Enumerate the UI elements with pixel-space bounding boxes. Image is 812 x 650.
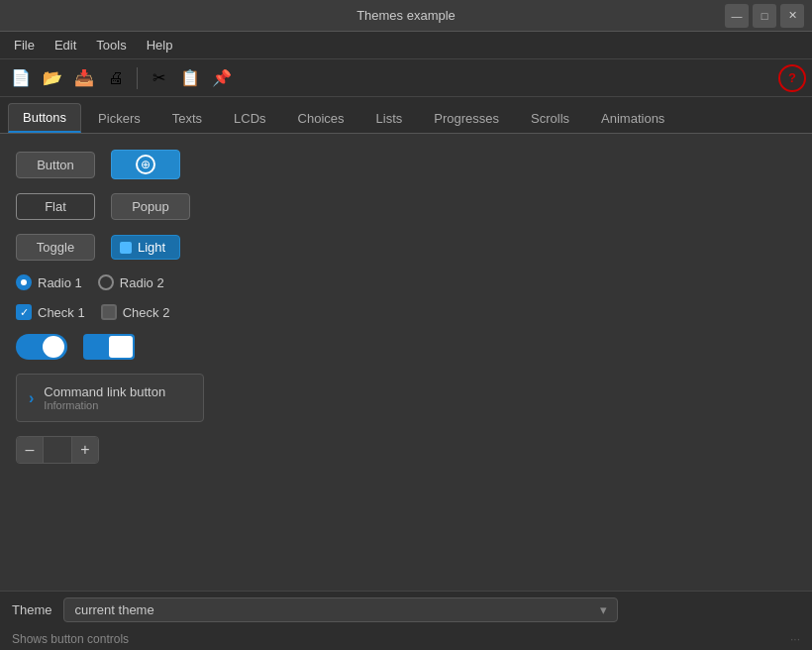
cmd-title: Command link button <box>44 384 165 399</box>
radio-1-label: Radio 1 <box>38 275 82 290</box>
spin-minus-button[interactable]: – <box>17 437 43 463</box>
check-2-label: Check 2 <box>123 305 170 320</box>
status-text: Shows button controls <box>12 632 129 646</box>
command-link-button[interactable]: › Command link button Information <box>16 374 204 422</box>
light-indicator <box>120 242 132 254</box>
popup-button[interactable]: Popup <box>111 193 190 220</box>
row-8: – + <box>16 436 796 464</box>
row-2: Flat Popup <box>16 193 796 220</box>
cmd-info: Information <box>44 399 165 411</box>
tab-strip: Buttons Pickers Texts LCDs Choices Lists… <box>0 97 812 134</box>
menu-tools[interactable]: Tools <box>86 34 136 56</box>
theme-label: Theme <box>12 602 51 617</box>
theme-select[interactable]: current theme ▾ <box>63 597 618 622</box>
copy-icon[interactable]: 📋 <box>175 63 205 93</box>
tab-texts[interactable]: Texts <box>157 104 217 133</box>
toolbar: 📄 📂 📥 🖨 ✂ 📋 📌 ? <box>0 59 812 97</box>
toggle-switch-round[interactable] <box>16 334 67 360</box>
row-1: Button ⊕ <box>16 150 796 179</box>
tab-choices[interactable]: Choices <box>283 104 359 133</box>
menu-file[interactable]: File <box>4 34 45 56</box>
close-button[interactable]: ✕ <box>780 4 804 28</box>
download-icon[interactable]: 📥 <box>69 63 99 93</box>
check-1-wrap[interactable]: Check 1 <box>16 304 85 320</box>
status-dots: ··· <box>790 632 800 646</box>
menu-bar: File Edit Tools Help <box>0 32 812 59</box>
tab-pickers[interactable]: Pickers <box>83 104 155 133</box>
new-icon[interactable]: 📄 <box>6 63 36 93</box>
bottom-bar: Theme current theme ▾ Shows button contr… <box>0 591 812 650</box>
theme-row: Theme current theme ▾ <box>0 592 812 628</box>
row-3: Toggle Light <box>16 234 796 261</box>
button-control[interactable]: Button <box>16 152 95 178</box>
check-1-label: Check 1 <box>38 305 85 320</box>
cut-icon[interactable]: ✂ <box>144 63 173 93</box>
light-label: Light <box>138 240 165 255</box>
tab-content-buttons: Button ⊕ Flat Popup Toggle Light Radi <box>0 134 812 591</box>
toggle-knob-square <box>109 336 133 358</box>
tab-lists[interactable]: Lists <box>361 104 418 133</box>
row-7: › Command link button Information <box>16 374 796 422</box>
open-icon[interactable]: 📂 <box>38 63 67 93</box>
radio-2-wrap[interactable]: Radio 2 <box>98 274 164 290</box>
menu-edit[interactable]: Edit <box>45 34 86 56</box>
radio-1-inner <box>21 279 27 285</box>
help-icon[interactable]: ? <box>778 64 806 92</box>
flat-button[interactable]: Flat <box>16 193 95 220</box>
window-title: Themes example <box>356 8 456 23</box>
cmd-arrow-icon: › <box>29 389 34 407</box>
chevron-down-icon: ▾ <box>600 602 607 617</box>
spin-box: – + <box>16 436 99 464</box>
spin-value <box>43 437 72 463</box>
spin-plus-button[interactable]: + <box>72 437 98 463</box>
tab-animations[interactable]: Animations <box>586 104 679 133</box>
tab-progresses[interactable]: Progresses <box>419 104 514 133</box>
toggle-switch-square[interactable] <box>83 334 135 360</box>
print-icon[interactable]: 🖨 <box>101 63 131 93</box>
radio-2-indicator <box>98 274 114 290</box>
tab-buttons[interactable]: Buttons <box>8 103 81 133</box>
toggle-knob-round <box>43 336 64 358</box>
check-1-indicator <box>16 304 32 320</box>
tab-scrolls[interactable]: Scrolls <box>516 104 584 133</box>
toggle-button[interactable]: Toggle <box>16 234 95 261</box>
radio-1-indicator <box>16 274 32 290</box>
light-button[interactable]: Light <box>111 235 180 260</box>
menu-help[interactable]: Help <box>137 34 183 56</box>
radio-2-label: Radio 2 <box>120 275 164 290</box>
check-2-wrap[interactable]: Check 2 <box>101 304 170 320</box>
tab-lcds[interactable]: LCDs <box>219 104 281 133</box>
row-5: Check 1 Check 2 <box>16 304 796 320</box>
status-bar: Shows button controls ··· <box>0 628 812 650</box>
title-bar: Themes example — □ ✕ <box>0 0 812 32</box>
row-6 <box>16 334 796 360</box>
minimize-button[interactable]: — <box>725 4 749 28</box>
circle-icon-button[interactable]: ⊕ <box>111 150 180 179</box>
toolbar-separator <box>137 67 138 89</box>
check-2-indicator <box>101 304 117 320</box>
cmd-text-block: Command link button Information <box>44 384 165 411</box>
maximize-button[interactable]: □ <box>753 4 776 28</box>
window-controls: — □ ✕ <box>725 4 804 28</box>
main-content: Buttons Pickers Texts LCDs Choices Lists… <box>0 97 812 591</box>
globe-icon: ⊕ <box>136 155 155 174</box>
radio-1-wrap[interactable]: Radio 1 <box>16 274 82 290</box>
row-4: Radio 1 Radio 2 <box>16 274 796 290</box>
paste-icon[interactable]: 📌 <box>207 63 237 93</box>
theme-value: current theme <box>74 602 153 617</box>
